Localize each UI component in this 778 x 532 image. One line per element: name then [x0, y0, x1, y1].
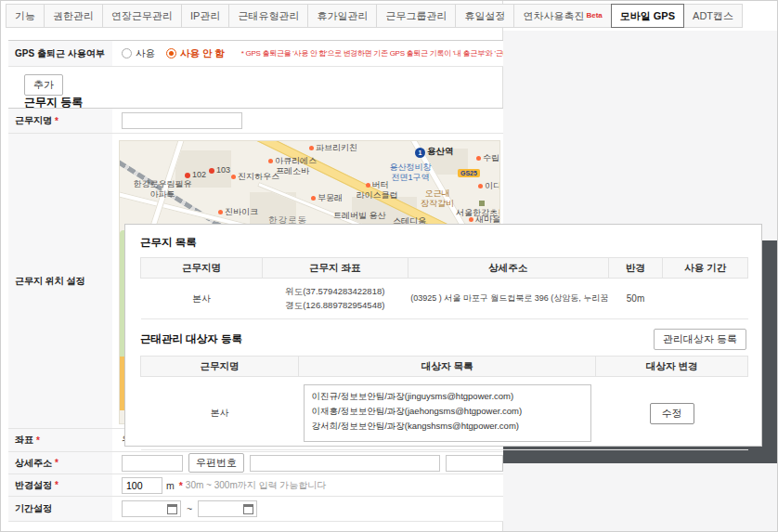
required-mark: *	[55, 458, 58, 468]
workplace-list-modal: 근무지 목록 근무지명 근무지 좌표 상세주소 반경 사용 기간 본사 위도(3…	[124, 224, 762, 447]
map-label: 오근내 장작갈비	[415, 188, 460, 209]
radio-use[interactable]: 사용	[122, 47, 155, 60]
workplace-name-cell: 본사	[141, 279, 263, 319]
map-label: 이디야커피	[478, 181, 500, 191]
gps-usage-row: GPS 출퇴근 사용여부 사용 사용 안 함 * GPS 출퇴근을 '사용 안 …	[8, 40, 503, 67]
poi-pin-icon	[311, 196, 316, 201]
tab-leave-promotion[interactable]: 연차사용촉진Beta	[513, 4, 611, 28]
marker-dot-icon	[185, 173, 190, 178]
targets-header: 근태관리 대상자 등록 관리대상자 등록	[140, 329, 746, 350]
marker-dot-icon	[209, 168, 214, 174]
map-label: 한강로우림필유 아파트	[131, 179, 194, 200]
poi-pin-icon	[476, 156, 481, 161]
tab-permissions[interactable]: 권한관리	[44, 4, 103, 28]
map-marker-102: 102	[185, 170, 206, 180]
postcode-input[interactable]	[122, 455, 183, 472]
member-item: 이재홍/정보보안팀/과장(jaehongsms@htgpower.com)	[312, 404, 583, 419]
col-target-list: 대상자 목록	[299, 357, 596, 377]
poi-pin-icon	[478, 184, 483, 188]
required-mark: *	[55, 116, 58, 126]
period-start-input[interactable]	[122, 500, 181, 517]
workplace-location-label: 근무지 위치 설정	[15, 275, 85, 288]
tab-vacation-days[interactable]: 휴가일관리	[307, 4, 377, 28]
workplace-table: 근무지명 근무지 좌표 상세주소 반경 사용 기간 본사 위도(37.57942…	[140, 257, 748, 319]
workplace-radius-cell: 50m	[608, 279, 663, 319]
tab-attendance-types[interactable]: 근태유형관리	[228, 4, 308, 28]
col-period: 사용 기간	[663, 258, 748, 279]
gs25-store-icon: GS25	[458, 169, 480, 177]
register-targets-button[interactable]: 관리대상자 등록	[654, 329, 746, 350]
tab-holidays[interactable]: 휴일설정	[455, 4, 514, 28]
radius-row: 반경설정* m * 30m ~ 300m까지 입력 가능합니다	[8, 474, 503, 497]
period-label: 기간설정	[15, 502, 52, 515]
target-change-cell: 수정	[596, 377, 748, 450]
school-icon	[479, 201, 485, 206]
col-address: 상세주소	[408, 258, 608, 279]
col-coordinates: 근무지 좌표	[262, 258, 408, 279]
tab-mobile-gps[interactable]: 모바일 GPS	[611, 4, 684, 28]
poi-pin-icon	[469, 217, 473, 222]
member-item: 이진규/정보보안팀/과장(jinguysms@htgpower.com)	[312, 389, 583, 404]
workplace-name-label: 근무지명	[15, 114, 52, 127]
member-item: 강서희/정보보안팀/과장(kangshsms@htgpower.com)	[312, 419, 583, 434]
tab-overtime[interactable]: 연장근무관리	[102, 4, 182, 28]
col-target-change: 대상자 변경	[596, 357, 748, 377]
workplace-address-cell: (03925 ) 서울 마포구 월드컵북로 396 (상암동, 누리꿈스퀘어) …	[408, 279, 608, 319]
member-list-box[interactable]: 이진규/정보보안팀/과장(jinguysms@htgpower.com) 이재홍…	[304, 384, 591, 442]
radio-checked-icon[interactable]	[166, 48, 176, 58]
radius-label: 반경설정	[15, 479, 52, 492]
subway-line-icon: 1	[415, 148, 425, 158]
workplace-name-row: 근무지명*	[8, 108, 503, 134]
calendar-icon[interactable]	[167, 504, 177, 514]
map-label: 트레버빌 용산	[333, 211, 386, 221]
app-window: GPS 출퇴근 사용여부 사용 사용 안 함 * GPS 출퇴근을 '사용 안 …	[0, 0, 778, 532]
address-row: 상세주소* 우편번호	[8, 452, 503, 474]
poi-pin-icon	[231, 175, 236, 179]
period-tilde: ~	[187, 503, 192, 514]
gps-usage-label: GPS 출퇴근 사용여부	[8, 41, 112, 66]
col-workplace-name: 근무지명	[141, 258, 263, 279]
tab-ip[interactable]: IP관리	[181, 4, 229, 28]
tab-features[interactable]: 기능	[6, 4, 45, 28]
address-detail-input[interactable]	[446, 455, 503, 472]
map-label: 파브리키친	[309, 143, 357, 153]
target-workplace-cell: 본사	[141, 377, 299, 450]
radius-hint: 30m ~ 300m까지 입력 가능합니다	[186, 479, 326, 492]
edit-targets-button[interactable]: 수정	[650, 403, 694, 424]
poi-pin-icon	[309, 146, 314, 150]
radius-input[interactable]	[122, 477, 162, 494]
tab-adt-caps[interactable]: ADT캡스	[683, 4, 743, 28]
targets-row: 본사 이진규/정보보안팀/과장(jinguysms@htgpower.com) …	[141, 377, 748, 450]
calendar-icon[interactable]	[243, 504, 253, 514]
workplace-name-input[interactable]	[122, 112, 242, 129]
map-label: 진바이크	[218, 207, 258, 217]
map-marker-103: 103	[209, 165, 230, 175]
workplace-period-cell	[663, 279, 748, 319]
map-station-label: 1용산역	[415, 146, 454, 158]
map-label: 버터 라이스클럽	[354, 180, 400, 201]
beta-badge: Beta	[586, 11, 602, 19]
workplace-coord-cell: 위도(37.5794283422818) 경도(126.889782954548…	[262, 279, 408, 319]
tab-bar: 기능 권한관리 연장근무관리 IP관리 근태유형관리 휴가일관리 근무그룹관리 …	[6, 4, 743, 28]
workplace-list-title: 근무지 목록	[140, 236, 746, 250]
map-label: 수립식당	[476, 153, 500, 163]
address-label: 상세주소	[15, 457, 52, 470]
postcode-search-button[interactable]: 우편번호	[188, 453, 244, 473]
radio-disable[interactable]: 사용 안 함	[166, 47, 225, 60]
coordinates-label: 좌표	[15, 434, 33, 447]
radius-hint-star: *	[179, 480, 183, 491]
required-mark: *	[36, 435, 40, 446]
col-radius: 반경	[608, 258, 663, 279]
add-workplace-button[interactable]: 추가	[24, 74, 63, 96]
map-label: 부몽래	[311, 193, 343, 203]
required-mark: *	[55, 480, 58, 490]
radio-disable-label: 사용 안 함	[180, 47, 225, 60]
radio-use-label: 사용	[136, 47, 155, 60]
radio-unchecked-icon[interactable]	[122, 48, 132, 58]
address-input[interactable]	[250, 455, 440, 472]
poi-pin-icon	[268, 159, 273, 163]
targets-title: 근태관리 대상자 등록	[140, 332, 242, 346]
tab-work-groups[interactable]: 근무그룹관리	[376, 4, 456, 28]
period-end-input[interactable]	[198, 500, 257, 517]
map-label: 진지하우스	[231, 172, 279, 182]
